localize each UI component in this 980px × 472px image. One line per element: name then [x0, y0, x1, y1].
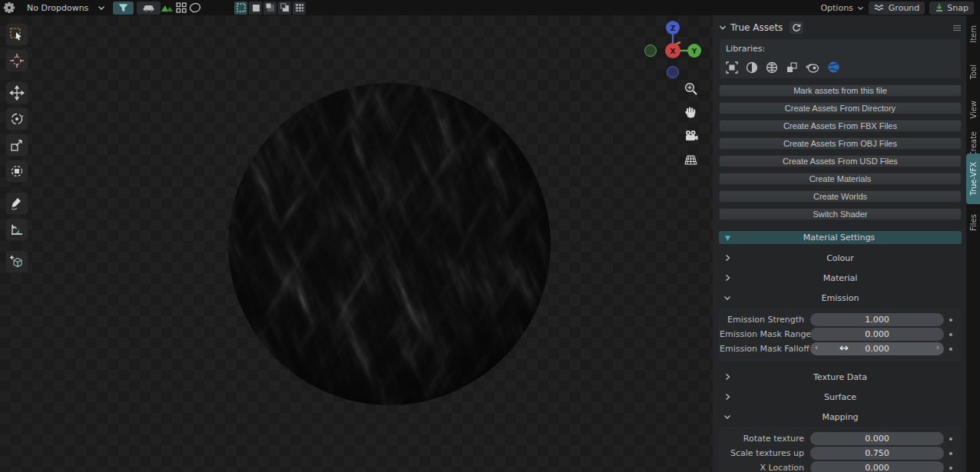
library-screen-icon[interactable] [726, 61, 738, 74]
panel-menu-icon[interactable] [952, 25, 962, 31]
refresh-icon [792, 23, 801, 32]
mark-assets-button[interactable]: Mark assets from this file [719, 84, 962, 97]
tool-move[interactable] [5, 81, 28, 104]
tool-cursor[interactable] [5, 49, 28, 72]
viewport-sphere[interactable] [227, 81, 551, 407]
camera-icon[interactable] [682, 127, 699, 144]
field-row: Rotate texture 0.000 [720, 431, 958, 446]
emission-mask-range-slider[interactable]: 0.000 [810, 328, 944, 341]
material-settings-header[interactable]: ▼ Material Settings [719, 231, 962, 244]
select-mode-set[interactable] [234, 2, 247, 15]
field-label: Scale textures up [720, 448, 810, 458]
field-row: Emission Strength 1.000 [720, 312, 958, 327]
select-mode-subtract[interactable] [263, 2, 276, 15]
chevron-down-icon [719, 414, 736, 420]
tab-tool[interactable]: Tool [967, 60, 980, 84]
slider-left-arrow[interactable]: ‹ [815, 343, 818, 352]
create-assets-obj-button[interactable]: Create Assets From OBJ Files [719, 137, 962, 150]
create-materials-button[interactable]: Create Materials [719, 173, 962, 185]
tool-select-box[interactable] [5, 23, 28, 46]
chevron-right-icon [719, 274, 736, 282]
ground-wave-icon [874, 4, 886, 12]
section-surface[interactable]: Surface [719, 391, 962, 403]
toolbar [5, 23, 28, 273]
tab-item[interactable]: Item [967, 21, 980, 46]
field-label: X Location [720, 463, 810, 472]
section-texture-data[interactable]: Texture Data [719, 371, 962, 383]
section-colour[interactable]: Colour [719, 252, 962, 264]
section-material[interactable]: Material [719, 272, 962, 284]
create-assets-usd-button[interactable]: Create Assets From USD Files [719, 155, 962, 167]
refresh-button[interactable] [790, 21, 803, 34]
select-mode-invert[interactable] [278, 2, 291, 15]
field-label: Emission Mask Range [720, 329, 810, 339]
animate-dot[interactable] [944, 333, 958, 336]
select-mode-intersect[interactable] [293, 2, 306, 15]
options-dropdown[interactable]: Options [820, 3, 863, 13]
slider-right-arrow[interactable]: › [936, 343, 939, 352]
section-mapping[interactable]: Mapping [719, 411, 962, 423]
tool-scale[interactable] [5, 134, 28, 157]
create-assets-directory-button[interactable]: Create Assets From Directory [719, 102, 962, 114]
rotate-texture-slider[interactable]: 0.000 [810, 432, 944, 445]
snap-button[interactable]: Snap [929, 2, 974, 15]
tool-annotate[interactable] [5, 192, 28, 215]
scale-textures-slider[interactable]: 0.750 [810, 447, 944, 460]
blender-logo-icon[interactable] [806, 61, 819, 74]
library-collection-icon[interactable] [786, 61, 798, 74]
emission-strength-slider[interactable]: 1.000 [810, 313, 944, 326]
tool-measure[interactable] [5, 218, 28, 241]
select-mode-extend[interactable] [249, 2, 262, 15]
axis-neg-y-ball [645, 45, 657, 57]
field-label: Rotate texture [720, 434, 810, 444]
switch-shader-button[interactable]: Switch Shader [719, 208, 962, 220]
libraries-box: Libraries: [719, 38, 962, 79]
pan-hand-icon[interactable] [682, 104, 699, 120]
field-row: X Location 0.000 [720, 460, 958, 472]
current-world-icon[interactable] [827, 61, 840, 74]
perspective-grid-icon[interactable] [682, 151, 699, 168]
x-location-slider[interactable]: 0.000 [810, 461, 944, 472]
emission-fields: Emission Strength 1.000 Emission Mask Ra… [719, 309, 962, 361]
axis-gizmo[interactable]: Z Y X [637, 17, 708, 87]
tab-true-vfx[interactable]: True-VFX [966, 153, 980, 204]
animate-dot[interactable] [944, 467, 958, 470]
section-emission[interactable]: Emission [719, 292, 962, 304]
field-label: Emission Strength [720, 315, 810, 325]
tool-rotate[interactable] [5, 107, 28, 130]
create-assets-fbx-button[interactable]: Create Assets From FBX Files [719, 120, 962, 132]
car-icon-button[interactable] [137, 2, 161, 15]
no-dropdowns-select[interactable]: No Dropdowns [27, 3, 88, 13]
drag-cursor-icon: ↔ [839, 342, 849, 354]
snap-arrow-icon [935, 3, 944, 12]
field-row: Emission Mask Falloff ‹ ↔ 0.000 › [720, 342, 958, 356]
chevron-down-icon[interactable] [98, 5, 105, 11]
ground-button[interactable]: Ground [869, 2, 925, 15]
mapping-fields: Rotate texture 0.000 Scale textures up 0… [719, 427, 962, 472]
axis-z-label: Z [670, 25, 676, 32]
workspace-icon[interactable] [174, 1, 188, 15]
blender-window: No Dropdowns Op [0, 0, 980, 472]
animate-dot[interactable] [944, 319, 958, 322]
tool-add-cube[interactable] [5, 250, 28, 273]
animate-dot[interactable] [944, 348, 958, 351]
chevron-down-icon [719, 295, 736, 301]
landscape-icon[interactable] [161, 1, 174, 15]
emission-mask-falloff-slider[interactable]: ‹ ↔ 0.000 › [810, 342, 944, 355]
filter-button[interactable] [113, 2, 134, 15]
create-worlds-button[interactable]: Create Worlds [719, 190, 962, 203]
library-material-icon[interactable] [746, 61, 758, 74]
gear-icon[interactable] [2, 1, 16, 15]
collapse-chevron-icon[interactable] [719, 25, 727, 31]
tab-view[interactable]: View [967, 96, 980, 124]
field-label: Emission Mask Falloff [720, 344, 810, 354]
tab-files[interactable]: Files [967, 209, 980, 236]
library-world-icon[interactable] [766, 61, 778, 74]
chevron-right-icon [719, 254, 736, 262]
animate-dot[interactable] [944, 452, 958, 455]
animate-dot[interactable] [944, 437, 958, 441]
tool-transform[interactable] [5, 160, 28, 183]
field-row: Emission Mask Range 0.000 [720, 327, 958, 342]
zoom-icon[interactable] [682, 80, 699, 97]
lasso-ellipse-icon[interactable] [188, 1, 202, 15]
